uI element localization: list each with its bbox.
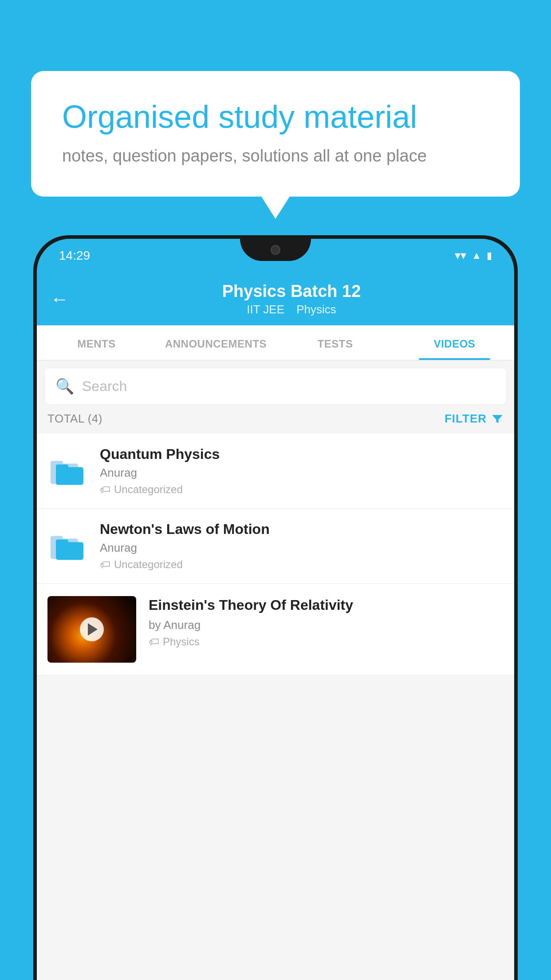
notch	[240, 239, 311, 261]
camera	[271, 245, 280, 255]
play-icon	[88, 623, 98, 636]
tag-label: Physics	[163, 636, 200, 648]
svg-rect-7	[56, 539, 68, 545]
app-content: ← Physics Batch 12 IIT JEE Physics MENTS…	[37, 272, 514, 980]
tab-announcements[interactable]: ANNOUNCEMENTS	[156, 325, 276, 360]
item-title: Einstein's Theory Of Relativity	[149, 596, 504, 615]
status-bar: 14:29 ▾▾ ▲ ▮	[37, 239, 514, 272]
signal-icon: ▲	[472, 250, 481, 261]
item-author: Anurag	[100, 541, 504, 555]
tab-ments[interactable]: MENTS	[37, 325, 156, 360]
tabs-bar: MENTS ANNOUNCEMENTS TESTS VIDEOS	[37, 325, 514, 360]
iit-jee-tag: IIT JEE	[247, 303, 284, 316]
tag-icon: 🏷	[100, 483, 110, 496]
phone-inner: 14:29 ▾▾ ▲ ▮ ← Physics Batch 12	[37, 239, 514, 980]
filter-icon	[491, 413, 504, 425]
phone-frame: 14:29 ▾▾ ▲ ▮ ← Physics Batch 12	[33, 235, 518, 980]
filter-bar: TOTAL (4) FILTER	[37, 404, 514, 434]
video-thumbnail	[47, 596, 136, 663]
item-author: by Anurag	[149, 618, 504, 632]
header-title-block: Physics Batch 12 IIT JEE Physics	[82, 282, 501, 316]
item-tag: 🏷 Uncategorized	[100, 558, 504, 571]
list-item[interactable]: Quantum Physics Anurag 🏷 Uncategorized	[37, 434, 514, 509]
folder-icon	[47, 451, 87, 491]
list-item[interactable]: Newton's Laws of Motion Anurag 🏷 Uncateg…	[37, 509, 514, 584]
item-title: Newton's Laws of Motion	[100, 521, 504, 537]
back-button[interactable]: ←	[50, 290, 69, 308]
search-placeholder: Search	[82, 378, 127, 395]
item-info: Newton's Laws of Motion Anurag 🏷 Uncateg…	[100, 521, 504, 571]
item-tag: 🏷 Uncategorized	[100, 483, 504, 496]
item-info: Einstein's Theory Of Relativity by Anura…	[149, 596, 504, 648]
filter-button[interactable]: FILTER	[445, 412, 504, 426]
play-button[interactable]	[80, 617, 104, 641]
svg-rect-3	[56, 464, 68, 470]
item-author: Anurag	[100, 466, 504, 480]
item-tag: 🏷 Physics	[149, 636, 504, 648]
search-icon: 🔍	[55, 377, 74, 395]
item-title: Quantum Physics	[100, 446, 504, 462]
tab-videos[interactable]: VIDEOS	[395, 325, 514, 360]
hero-card: Organised study material notes, question…	[31, 71, 520, 197]
batch-subtitle: IIT JEE Physics	[82, 303, 501, 316]
folder-icon	[47, 526, 87, 566]
search-bar[interactable]: 🔍 Search	[45, 368, 506, 404]
list-item-thumb[interactable]: Einstein's Theory Of Relativity by Anura…	[37, 584, 514, 676]
total-count: TOTAL (4)	[47, 412, 102, 426]
item-info: Quantum Physics Anurag 🏷 Uncategorized	[100, 446, 504, 496]
wifi-icon: ▾▾	[455, 249, 466, 262]
battery-icon: ▮	[487, 250, 492, 261]
tag-label: Uncategorized	[114, 558, 183, 571]
hero-subtitle: notes, question papers, solutions all at…	[62, 146, 489, 166]
filter-label: FILTER	[445, 412, 487, 426]
video-list: Quantum Physics Anurag 🏷 Uncategorized	[37, 434, 514, 676]
subject-tag: Physics	[296, 303, 336, 316]
batch-title: Physics Batch 12	[82, 282, 501, 301]
tab-tests[interactable]: TESTS	[276, 325, 395, 360]
status-time: 14:29	[59, 249, 90, 263]
tag-icon: 🏷	[149, 636, 159, 648]
hero-title: Organised study material	[62, 98, 489, 136]
app-header: ← Physics Batch 12 IIT JEE Physics	[37, 272, 514, 325]
tag-icon: 🏷	[100, 558, 110, 571]
tag-label: Uncategorized	[114, 483, 183, 496]
status-icons: ▾▾ ▲ ▮	[455, 249, 492, 262]
